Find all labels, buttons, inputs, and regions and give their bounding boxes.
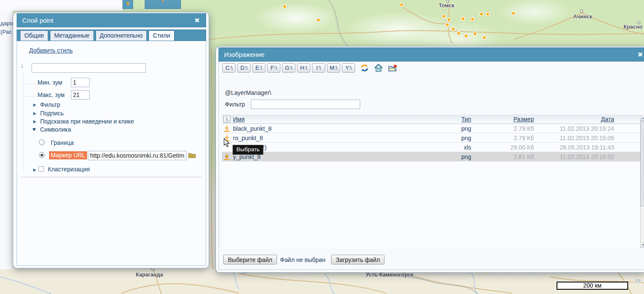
drive-c-button[interactable]: C:\ bbox=[222, 63, 236, 73]
drive-f-button[interactable]: F:\ bbox=[267, 63, 280, 73]
drive-d-button[interactable]: D:\ bbox=[237, 63, 251, 73]
table-row[interactable]: black_punkt_8 png 2.79 Кб 11.02.2013 20:… bbox=[222, 124, 641, 133]
drive-i-button[interactable]: I:\ bbox=[312, 63, 325, 73]
marker-url-radio[interactable] bbox=[39, 152, 45, 158]
table-row[interactable]: ro_punkt_8 png 2.79 Кб 11.02.2013 20:15:… bbox=[222, 133, 641, 143]
clipped-layer-text: (Рас bbox=[0, 29, 12, 35]
min-zoom-input[interactable] bbox=[71, 78, 90, 87]
max-zoom-input[interactable] bbox=[71, 90, 90, 100]
station-marker-dot[interactable] bbox=[399, 3, 404, 7]
tab-dopolnitelno[interactable]: Дополнительно bbox=[96, 30, 147, 41]
drive-g-button[interactable]: G:\ bbox=[282, 63, 295, 73]
root-folder-button[interactable]: \ bbox=[223, 116, 230, 123]
border-radio-label[interactable]: Граница bbox=[51, 139, 74, 146]
station-marker-dot[interactable] bbox=[486, 12, 490, 17]
scrollbar-thumb[interactable] bbox=[641, 121, 644, 206]
scroll-down-icon[interactable]: ▼ bbox=[641, 242, 644, 247]
tab-obshchie[interactable]: Общие bbox=[20, 30, 48, 41]
file-status-text: Файл не выбран bbox=[280, 256, 326, 263]
min-zoom-label: Мин. зум bbox=[38, 79, 62, 86]
drive-y-button[interactable]: Y:\ bbox=[342, 63, 355, 73]
styles-tab-content: Добавить стиль ↓ Мин. зум Макс. зум Филь… bbox=[17, 41, 206, 266]
close-icon[interactable]: ✖ bbox=[638, 48, 643, 61]
file-browser-content: C:\ D:\ E:\ F:\ G:\ H:\ I:\ M:\ Y:\ bbox=[219, 62, 644, 270]
city-label: Томск bbox=[439, 3, 455, 9]
marker-url-label[interactable]: Маркер URL bbox=[49, 151, 87, 159]
tree-item-symbology[interactable]: Символика bbox=[40, 126, 71, 133]
column-header-date[interactable]: Дата bbox=[534, 116, 614, 123]
tree-item-filter[interactable]: Фильтр bbox=[40, 101, 60, 108]
file-table: \ Имя Тип Размер Дата black_punkt_8 png … bbox=[222, 115, 641, 248]
file-size: 2.81 Кб bbox=[471, 153, 534, 160]
column-header-name[interactable]: Имя bbox=[233, 116, 414, 123]
filter-input[interactable] bbox=[251, 100, 360, 109]
dialog-titlebar[interactable]: Слой point ✖ bbox=[17, 13, 206, 27]
station-marker-dot[interactable] bbox=[442, 14, 446, 19]
expand-icon[interactable] bbox=[33, 103, 36, 107]
select-image-icon[interactable] bbox=[223, 153, 230, 160]
station-marker-dot[interactable] bbox=[511, 11, 516, 16]
station-marker-dot[interactable] bbox=[470, 17, 475, 22]
table-header-row: \ Имя Тип Размер Дата bbox=[222, 115, 641, 124]
border-radio[interactable] bbox=[39, 139, 45, 145]
station-marker-dot[interactable] bbox=[283, 4, 287, 9]
marker-url-input[interactable] bbox=[88, 151, 186, 160]
choose-file-button[interactable]: Выберите файл bbox=[223, 255, 277, 265]
chevron-down-icon: ▼ bbox=[145, 0, 181, 4]
station-marker-dot[interactable] bbox=[479, 12, 484, 17]
city-label: Усть-Каменогорск bbox=[366, 272, 414, 278]
tree-connector bbox=[23, 72, 23, 170]
station-marker-dot[interactable] bbox=[457, 31, 461, 36]
station-marker-dot[interactable] bbox=[482, 35, 487, 40]
file-type: png bbox=[414, 153, 471, 160]
station-marker-dot[interactable] bbox=[461, 17, 466, 21]
tab-stili[interactable]: Стили bbox=[149, 30, 174, 41]
drive-e-button[interactable]: E:\ bbox=[252, 63, 265, 73]
drive-toolbar: C:\ D:\ E:\ F:\ G:\ H:\ I:\ M:\ Y:\ bbox=[222, 63, 397, 73]
tree-collapse-icon[interactable]: ↓ bbox=[20, 62, 24, 69]
file-name[interactable]: black_punkt_8 bbox=[233, 125, 414, 132]
refresh-icon[interactable] bbox=[360, 64, 369, 72]
file-date: 11.02.2013 20:15:05 bbox=[534, 135, 614, 141]
drive-m-button[interactable]: M:\ bbox=[327, 63, 340, 73]
station-marker-dot[interactable] bbox=[451, 27, 456, 32]
city-marker bbox=[580, 10, 583, 13]
station-marker-dot[interactable] bbox=[473, 32, 478, 36]
station-marker-dot[interactable] bbox=[464, 34, 469, 38]
new-folder-icon[interactable] bbox=[388, 64, 397, 72]
station-marker-dot[interactable] bbox=[447, 18, 452, 22]
dialog-title: Изображение bbox=[224, 51, 265, 58]
tree-item-clustering[interactable]: Кластеризация bbox=[48, 166, 90, 173]
city-label: Ачинск bbox=[573, 14, 592, 20]
minimized-panel-tab[interactable]: ▼ bbox=[122, 0, 133, 9]
table-row[interactable]: st_meteo (2) xls 29.00 Кб 28.05.2013 19:… bbox=[222, 143, 641, 152]
table-row-selected[interactable]: y_punkt_8 png 2.81 Кб 11.02.2013 20:18:0… bbox=[222, 152, 641, 162]
drive-h-button[interactable]: H:\ bbox=[297, 63, 310, 73]
tree-item-caption[interactable]: Подпись bbox=[40, 110, 64, 117]
close-icon[interactable]: ✖ bbox=[194, 14, 200, 27]
collapse-icon[interactable] bbox=[32, 128, 36, 131]
station-marker-dot[interactable] bbox=[316, 18, 321, 23]
scroll-up-icon[interactable]: ▲ bbox=[641, 115, 644, 121]
select-image-icon[interactable] bbox=[223, 125, 230, 132]
add-style-link[interactable]: Добавить стиль bbox=[29, 47, 73, 54]
column-header-type[interactable]: Тип bbox=[414, 116, 471, 123]
minimized-panel-tab[interactable]: ▼ bbox=[145, 0, 181, 9]
tree-connector bbox=[23, 96, 37, 97]
expand-icon[interactable] bbox=[33, 120, 36, 123]
clustering-checkbox[interactable] bbox=[38, 166, 44, 172]
city-label: Красно bbox=[624, 24, 642, 30]
file-name[interactable]: ro_punkt_8 bbox=[233, 135, 414, 141]
tree-item-hint[interactable]: Подсказка при наведении и клике bbox=[40, 118, 134, 125]
upload-file-button[interactable]: Загрузить файл bbox=[331, 255, 385, 265]
table-scrollbar[interactable]: ▲ ▼ bbox=[640, 115, 644, 248]
station-marker-dot[interactable] bbox=[445, 23, 450, 27]
column-header-size[interactable]: Размер bbox=[471, 116, 534, 123]
expand-icon[interactable] bbox=[33, 168, 36, 172]
tab-metadannye[interactable]: Метаданные bbox=[50, 30, 93, 41]
expand-icon[interactable] bbox=[33, 112, 36, 115]
style-name-input[interactable] bbox=[32, 63, 146, 73]
dialog-titlebar[interactable]: Изображение ✖ bbox=[219, 47, 644, 62]
home-icon[interactable] bbox=[374, 64, 383, 72]
browse-folder-icon[interactable] bbox=[188, 152, 196, 158]
